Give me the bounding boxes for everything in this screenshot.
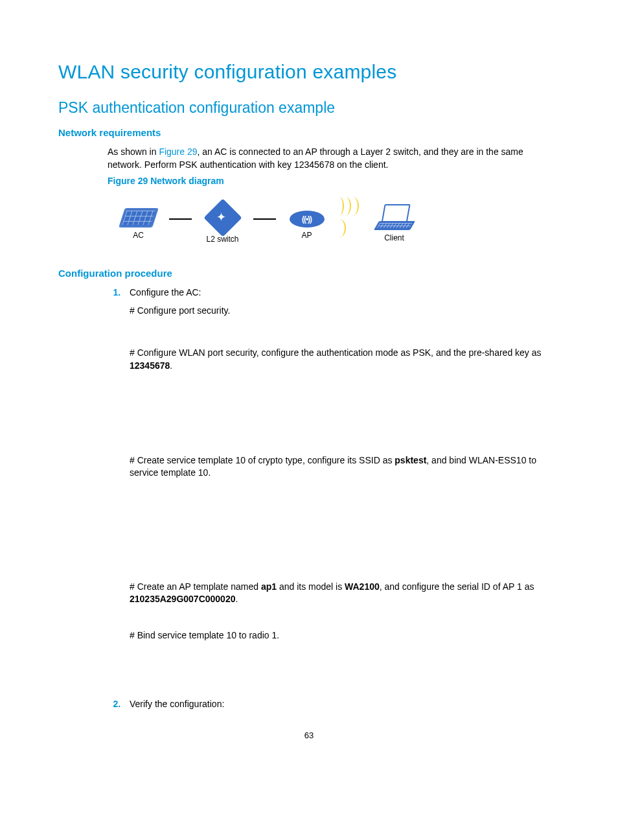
text: , and configure the serial ID of AP 1 as <box>380 581 534 592</box>
network-diagram: AC L2 switch AP Client <box>108 197 560 252</box>
procedure-list: Configure the AC: <box>97 286 560 299</box>
list-item: Configure the AC: <box>123 286 560 299</box>
subsection-network-requirements: Network requirements <box>58 126 560 139</box>
intro-paragraph: As shown in Figure 29, an AC is connecte… <box>108 146 560 171</box>
bold-value: psktest <box>395 455 426 465</box>
ap-icon <box>290 211 325 228</box>
text: # Configure WLAN port security, configur… <box>130 347 542 358</box>
step-text: # Bind service template 10 to radio 1. <box>130 629 560 642</box>
bold-value: ap1 <box>261 581 277 592</box>
page-title: WLAN security configuration examples <box>58 58 560 86</box>
step-title: Verify the configuration: <box>130 699 224 709</box>
link-line <box>253 218 276 220</box>
client-laptop-icon <box>376 204 413 230</box>
ac-device-icon <box>119 208 159 228</box>
figure-link[interactable]: Figure 29 <box>159 146 197 157</box>
section-title: PSK authentication configuration example <box>58 97 560 118</box>
step-text: # Configure port security. <box>130 305 560 318</box>
subsection-configuration-procedure: Configuration procedure <box>58 266 560 280</box>
figure-caption: Figure 29 Network diagram <box>108 175 560 188</box>
ac-label: AC <box>133 230 144 241</box>
text: # Create service template 10 of crypto t… <box>130 455 395 465</box>
list-item: Verify the configuration: <box>123 698 560 711</box>
client-label: Client <box>384 233 404 244</box>
step-text: # Create service template 10 of crypto t… <box>130 454 560 480</box>
procedure-list: Verify the configuration: <box>97 698 560 711</box>
text: . <box>235 594 238 604</box>
link-line <box>169 218 192 220</box>
text: . <box>170 360 172 371</box>
wireless-waves-icon <box>338 197 363 240</box>
ap-label: AP <box>301 230 312 241</box>
switch-icon <box>203 198 242 237</box>
text: and its model is <box>277 581 345 592</box>
bold-value: 12345678 <box>130 360 170 371</box>
text: # Create an AP template named <box>130 581 261 592</box>
text: As shown in <box>108 146 159 157</box>
step-text: # Create an AP template named ap1 and it… <box>130 581 560 606</box>
step-text: # Configure WLAN port security, configur… <box>130 347 560 372</box>
step-title: Configure the AC: <box>130 287 201 298</box>
bold-value: WA2100 <box>345 581 380 592</box>
page-number: 63 <box>58 730 560 741</box>
bold-value: 210235A29G007C000020 <box>130 594 235 604</box>
